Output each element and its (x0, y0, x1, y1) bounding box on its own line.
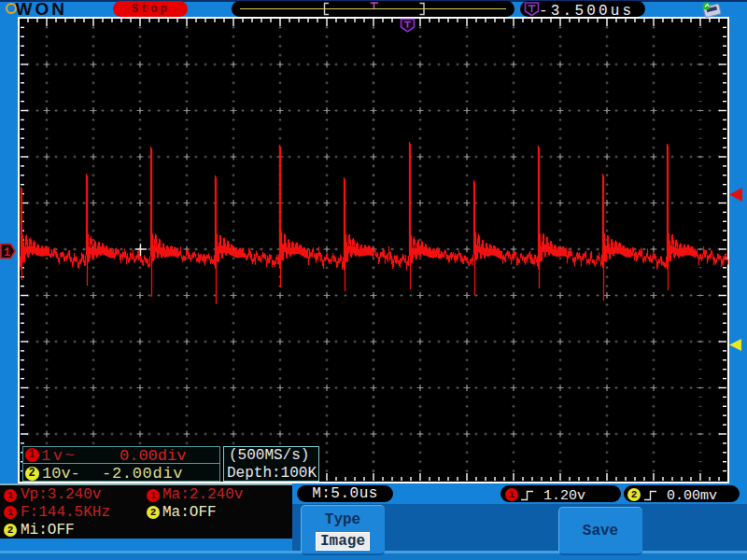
svg-text:1: 1 (4, 246, 10, 259)
